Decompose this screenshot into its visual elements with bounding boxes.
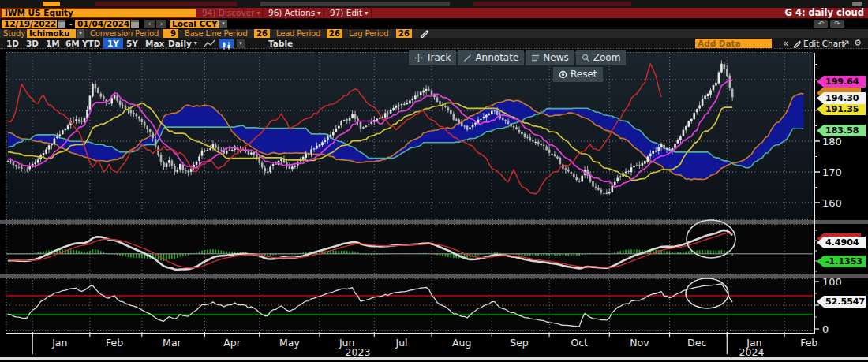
period-row: 1D 3D 1M 6M YTD 1Y 5Y Max Daily▾ ▾ Table… [0,38,868,49]
svg-text:Oct: Oct [571,337,588,349]
track-label: Track [426,50,451,65]
news-lines-icon [531,54,540,62]
currency-select[interactable]: Local CCY [170,20,219,28]
prev-range-button[interactable]: ‹ [144,20,155,28]
tab-1m[interactable]: 1M [46,38,60,49]
table-button[interactable]: Table [268,38,293,49]
move-crosshair-icon [414,54,423,62]
lead-period-input[interactable]: 26 [327,29,342,38]
svg-text:Aug: Aug [452,337,471,349]
svg-text:Nov: Nov [630,337,649,349]
title-bar: IWM US Equity 94) Discover▾ 96) Actions▾… [0,8,868,18]
news-button[interactable]: News [526,50,574,65]
actions-label: 96) Actions [268,8,315,17]
calendar-icon[interactable] [58,20,65,28]
gear-icon[interactable]: ⚙ [854,38,862,49]
conversion-period-input[interactable]: 9 [163,29,178,38]
study-row: Study Ichimoku ▾ Conversion Period 9 Bas… [0,29,868,38]
chart-toolbar: Track Annotate News Zoom [409,50,626,65]
zoom-label: Zoom [593,50,621,65]
zoom-button[interactable]: Zoom [576,50,627,65]
tab-3d[interactable]: 3D [26,38,39,49]
diagonal-arrow-icon[interactable] [841,39,850,49]
svg-text:170: 170 [822,166,842,178]
lag-period-input[interactable]: 26 [396,29,412,38]
discover-menu[interactable]: 94) Discover▾ [202,8,260,18]
macd-value-tag: 4.4904 [817,237,866,248]
svg-text:Sep: Sep [510,337,529,349]
end-date-input[interactable]: 01/04/2024 [75,20,130,28]
last-price-tag: 194.30 [817,92,866,104]
window-bottom-border [0,357,868,360]
discover-label: 94) Discover [202,8,254,17]
svg-text:Jun: Jun [339,337,355,349]
pencil-icon[interactable] [793,39,802,49]
svg-text:2023: 2023 [346,346,371,358]
rsi-value-tag: 52.5547 [817,296,866,308]
annotate-label: Annotate [475,50,518,65]
svg-text:Jan: Jan [51,337,67,349]
base-line-period-label: Base Line Period [185,29,248,38]
date-separator: - [69,20,73,28]
candle-chart-icon[interactable] [219,39,234,48]
svg-text:100: 100 [822,276,842,288]
study-label: Study [3,29,25,38]
tab-ytd[interactable]: YTD [82,38,100,49]
svg-text:Feb: Feb [800,337,817,349]
svg-text:May: May [279,337,300,349]
frequency-select[interactable]: Daily▾ [168,38,197,49]
conversion-line-price-tag: 199.64 [817,76,866,88]
svg-text:Dec: Dec [687,337,706,349]
range-row: 12/19/2022 - 01/04/2024 ‹ › Local CCY ▾ … [0,18,868,29]
tab-1d[interactable]: 1D [6,38,19,49]
redo-button[interactable]: ↷ [830,20,844,28]
cropped-command-line [0,0,868,8]
svg-text:Jan: Jan [746,337,761,349]
svg-text:Feb: Feb [106,337,123,349]
lag-period-label: Lag Period [349,29,388,38]
edit-chart-button[interactable]: Edit Chart [803,38,845,49]
collapse-icon[interactable]: « [783,38,788,49]
edit-menu[interactable]: 97) Edit▾ [330,8,368,18]
reset-button[interactable]: Reset [553,67,603,82]
actions-menu[interactable]: 96) Actions▾ [268,8,320,18]
svg-text:Apr: Apr [223,337,241,349]
reset-label: Reset [571,67,597,82]
caret-down-icon: ▾ [317,9,320,17]
tab-max[interactable]: Max [145,38,164,49]
edit-label: 97) Edit [330,8,362,17]
track-button[interactable]: Track [409,50,456,65]
tab-1y-active[interactable]: 1Y [103,38,123,49]
calendar-icon[interactable] [131,20,139,28]
svg-text:160: 160 [822,197,842,209]
news-label: News [543,50,568,65]
pencil-icon[interactable] [420,29,429,38]
magnifier-icon [582,54,590,62]
line-chart-icon[interactable] [204,39,216,48]
svg-text:Mar: Mar [163,337,181,349]
tab-5y[interactable]: 5Y [126,38,138,49]
svg-text:180: 180 [822,136,842,147]
macd-histogram-tag: -1.1353 [817,256,866,267]
caret-down-icon: ▾ [194,39,197,47]
add-data-input[interactable]: Add Data [695,39,772,48]
caret-down-icon[interactable]: ▾ [219,20,227,28]
chart-title: G 4: daily cloud [784,8,864,18]
pencil-icon [463,54,472,62]
annotate-button[interactable]: Annotate [458,50,524,65]
ticker-input[interactable]: IWM US Equity [2,9,196,17]
caret-down-icon: ▾ [365,9,368,17]
next-range-button[interactable]: › [156,20,166,28]
tab-6m[interactable]: 6M [65,38,80,49]
undo-button[interactable]: ↶ [814,20,828,28]
base-line-price-tag: 191.35 [817,103,866,115]
bloomberg-chart-window: IWM US Equity 94) Discover▾ 96) Actions▾… [0,0,868,362]
svg-text:Jul: Jul [395,337,407,349]
study-select[interactable]: Ichimoku [27,29,76,38]
caret-down-icon[interactable]: ▾ [77,29,84,38]
caret-down-icon[interactable]: ▾ [237,39,245,48]
base-line-period-input[interactable]: 26 [254,29,270,38]
conversion-period-label: Conversion Period [90,29,159,38]
frequency-label: Daily [168,39,192,48]
start-date-input[interactable]: 12/19/2022 [2,20,57,28]
